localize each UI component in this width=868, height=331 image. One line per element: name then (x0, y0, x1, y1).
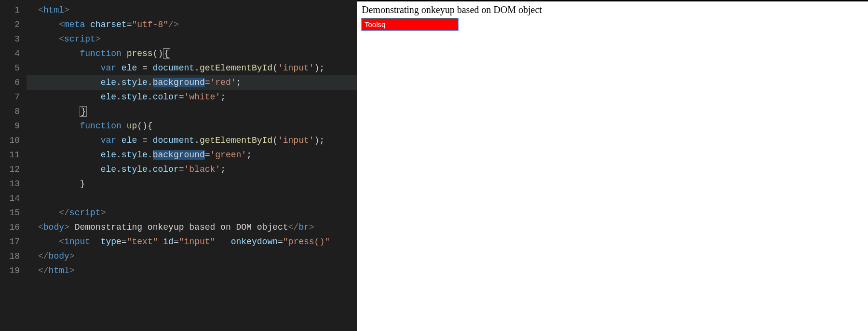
code-line[interactable]: ele.style.color='white'; (27, 90, 357, 104)
line-number: 17 (0, 234, 20, 249)
code-line[interactable]: </script> (27, 206, 357, 220)
code-line[interactable]: ele.style.background='green'; (27, 148, 357, 162)
code-line[interactable]: } (27, 104, 357, 119)
code-line[interactable]: } (27, 177, 357, 191)
code-line[interactable]: </html> (27, 263, 357, 278)
demo-text-input[interactable] (362, 18, 458, 30)
code-line[interactable]: ele.style.color='black'; (27, 162, 357, 177)
code-line[interactable]: ele.style.background='red'; (27, 75, 357, 90)
line-number: 8 (0, 104, 20, 119)
line-number: 7 (0, 90, 20, 104)
line-number: 1 (0, 3, 20, 17)
line-number: 16 (0, 220, 20, 234)
line-number-gutter: 12345678910111213141516171819 (0, 0, 27, 331)
line-number: 9 (0, 119, 20, 133)
code-line[interactable]: function press(){ (27, 46, 357, 61)
code-line[interactable]: var ele = document.getElementById('input… (27, 133, 357, 148)
code-line[interactable]: <meta charset="utf-8"/> (27, 17, 357, 32)
line-number: 6 (0, 75, 20, 90)
line-number: 11 (0, 148, 20, 162)
code-line[interactable]: <html> (27, 3, 357, 17)
line-number: 5 (0, 61, 20, 75)
line-number: 2 (0, 17, 20, 32)
line-number: 14 (0, 191, 20, 206)
code-line[interactable]: function up(){ (27, 119, 357, 133)
code-line[interactable]: var ele = document.getElementById('input… (27, 61, 357, 75)
code-line[interactable]: <script> (27, 32, 357, 46)
line-number: 15 (0, 206, 20, 220)
line-number: 19 (0, 263, 20, 278)
code-line[interactable]: </body> (27, 249, 357, 263)
code-area[interactable]: <html> <meta charset="utf-8"/> <script> … (27, 0, 357, 331)
code-line[interactable]: <input type="text" id="input" onkeydown=… (27, 234, 357, 249)
code-editor-pane[interactable]: 12345678910111213141516171819 <html> <me… (0, 0, 357, 331)
code-line[interactable]: <body> Demonstrating onkeyup based on DO… (27, 220, 357, 234)
line-number: 13 (0, 177, 20, 191)
line-number: 18 (0, 249, 20, 263)
line-number: 12 (0, 162, 20, 177)
code-line[interactable] (27, 191, 357, 206)
preview-heading: Demonstrating onkeyup based on DOM objec… (362, 4, 863, 15)
line-number: 3 (0, 32, 20, 46)
browser-preview-pane: Demonstrating onkeyup based on DOM objec… (357, 0, 868, 331)
line-number: 10 (0, 133, 20, 148)
line-number: 4 (0, 46, 20, 61)
